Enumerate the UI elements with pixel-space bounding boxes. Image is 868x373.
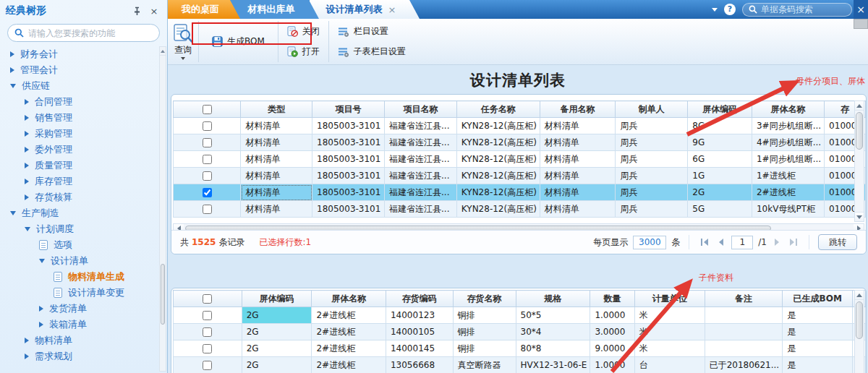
column-header[interactable]: 规格 — [516, 291, 590, 307]
first-page-button[interactable] — [698, 239, 711, 246]
scrollbar-thumb[interactable] — [856, 112, 863, 150]
table-cell[interactable]: 2G — [242, 340, 312, 357]
table-cell[interactable]: 2G — [688, 184, 752, 201]
table-cell[interactable]: 铜排 — [453, 340, 516, 357]
table-cell[interactable]: 台 — [634, 357, 705, 373]
table-cell[interactable]: 真空断路器 — [453, 357, 516, 373]
tree-item[interactable]: 生产制造 — [0, 205, 158, 221]
last-page-button[interactable] — [787, 239, 800, 246]
tree-item[interactable]: 销售管理 — [0, 110, 158, 126]
close-button[interactable]: 关闭 — [284, 23, 323, 40]
sidebar-scrollbar[interactable] — [159, 46, 166, 372]
table-cell[interactable]: 13056668 — [386, 357, 453, 373]
table-cell[interactable]: 14000105 — [386, 324, 453, 340]
row-checkbox[interactable] — [203, 188, 212, 197]
tree-item[interactable]: 装箱清单 — [0, 317, 158, 333]
tree-item[interactable]: 物料清单生成 — [0, 269, 158, 285]
table-row[interactable]: 2G2#进线柜14000123铜排50*51.0000米是 — [174, 307, 866, 324]
table-cell[interactable]: 6G — [688, 151, 752, 168]
table-cell[interactable]: 米 — [634, 324, 705, 340]
tree-item[interactable]: 存货核算 — [0, 189, 158, 205]
tree-item[interactable]: 质量管理 — [0, 158, 158, 173]
table-cell[interactable]: 铜排 — [453, 324, 516, 340]
tree-item[interactable]: 发货清单 — [0, 301, 158, 317]
row-checkbox[interactable] — [203, 205, 212, 214]
table-cell[interactable]: 福建省连江县... — [385, 151, 457, 168]
table-cell[interactable]: 5G — [688, 201, 752, 218]
table-cell[interactable]: 9.0000 — [590, 340, 634, 357]
row-checkbox[interactable] — [203, 311, 212, 320]
table-cell[interactable]: 材料清单 — [540, 201, 616, 218]
table-cell[interactable]: 周兵 — [616, 168, 688, 184]
tab-design-list[interactable]: 设计清单列表 × — [310, 0, 420, 19]
row-checkbox[interactable] — [203, 344, 212, 353]
column-header[interactable]: 数量 — [590, 291, 634, 307]
tree-item[interactable]: 库存管理 — [0, 173, 158, 189]
table-cell[interactable]: 80*8 — [516, 340, 590, 357]
table-cell[interactable]: 材料清单 — [540, 118, 616, 134]
table-cell[interactable]: 材料清单 — [540, 151, 616, 168]
table-cell[interactable]: KYN28-12(高压柜) — [456, 201, 540, 218]
column-header[interactable]: 屏体编码 — [242, 291, 312, 307]
table-cell[interactable]: 材料清单 — [540, 168, 616, 184]
table-cell[interactable]: 10kV母线PT柜 — [752, 201, 824, 218]
table-cell[interactable]: KYN28-12(高压柜) — [456, 168, 540, 184]
close-icon[interactable]: × — [854, 0, 868, 19]
table-cell[interactable]: 1805003-3101 — [312, 118, 385, 134]
table-cell[interactable]: KYN28-12(高压柜) — [456, 151, 540, 168]
table-cell[interactable]: 福建省连江县... — [385, 168, 457, 184]
table-cell[interactable]: 周兵 — [616, 118, 688, 134]
table-cell[interactable]: 周兵 — [616, 184, 688, 201]
column-settings-button[interactable]: 栏目设置 — [335, 23, 409, 40]
table-cell[interactable]: 1805003-3101 — [312, 151, 385, 168]
table-cell[interactable]: KYN28-12(高压柜) — [456, 118, 540, 134]
help-icon[interactable]: ? — [724, 4, 736, 15]
row-checkbox[interactable] — [203, 361, 212, 370]
tree-item[interactable]: 合同管理 — [0, 94, 158, 110]
table-cell[interactable]: 4#同步机组断... — [752, 134, 824, 151]
table-cell[interactable]: KYN28-12(高压柜) — [456, 134, 540, 151]
table-cell[interactable]: 1805003-3101 — [312, 184, 385, 201]
table-cell[interactable] — [705, 324, 783, 340]
row-checkbox[interactable] — [203, 327, 212, 337]
tree-item[interactable]: 计划调度 — [0, 221, 158, 237]
tree-item[interactable]: 需求规划 — [0, 348, 158, 364]
table-cell[interactable]: 2G — [242, 307, 312, 324]
table-cell[interactable]: 福建省连江县... — [385, 201, 457, 218]
scroll-down-icon[interactable] — [855, 212, 864, 221]
tree-item[interactable]: 财务会计 — [0, 46, 158, 62]
table-cell[interactable]: 福建省连江县... — [385, 134, 457, 151]
tree-item[interactable]: 委外管理 — [0, 142, 158, 158]
checkbox-cell[interactable] — [174, 307, 242, 324]
table-cell[interactable]: 1805003-3101 — [312, 201, 385, 218]
table-cell[interactable]: 2#进线柜 — [752, 184, 824, 201]
table-cell[interactable]: 福建省连江县... — [385, 118, 457, 134]
pin-icon[interactable] — [132, 7, 147, 16]
table-cell[interactable]: 50*5 — [516, 307, 590, 324]
table-cell[interactable]: 周兵 — [616, 151, 688, 168]
checkbox-cell[interactable] — [174, 134, 241, 151]
tree-item[interactable]: 物料清单 — [0, 333, 158, 348]
sidebar-search-input[interactable] — [28, 28, 153, 38]
tree-item[interactable]: 采购管理 — [0, 126, 158, 142]
barcode-search-input[interactable] — [761, 4, 868, 14]
table-cell[interactable]: 2#进线柜 — [312, 340, 386, 357]
row-checkbox[interactable] — [203, 121, 212, 131]
column-header[interactable]: 已生成BOM — [783, 291, 853, 307]
table-cell[interactable]: 是 — [783, 340, 853, 357]
table-cell[interactable]: 周兵 — [616, 201, 688, 218]
query-button[interactable]: 查询 — [168, 19, 198, 64]
vertical-scrollbar[interactable] — [854, 100, 864, 222]
scroll-up-icon[interactable] — [855, 101, 864, 111]
tree-item[interactable]: 供应链 — [0, 78, 158, 94]
table-cell[interactable]: 是 — [783, 307, 853, 324]
table-row[interactable]: 材料清单1805003-3101福建省连江县...KYN28-12(高压柜)材料… — [174, 168, 866, 184]
table-cell[interactable]: 9G — [688, 134, 752, 151]
table-cell[interactable]: 2#进线柜 — [312, 324, 386, 340]
table-row[interactable]: 2G2#进线柜14000145铜排80*89.0000米是 — [174, 340, 866, 357]
select-all-checkbox[interactable] — [203, 294, 212, 304]
table-cell[interactable]: 2#进线柜 — [312, 357, 386, 373]
table-cell[interactable]: 材料清单 — [241, 118, 312, 134]
table-cell[interactable]: 1.0000 — [590, 357, 634, 373]
tree-item[interactable]: 设计清单变更 — [0, 285, 158, 301]
